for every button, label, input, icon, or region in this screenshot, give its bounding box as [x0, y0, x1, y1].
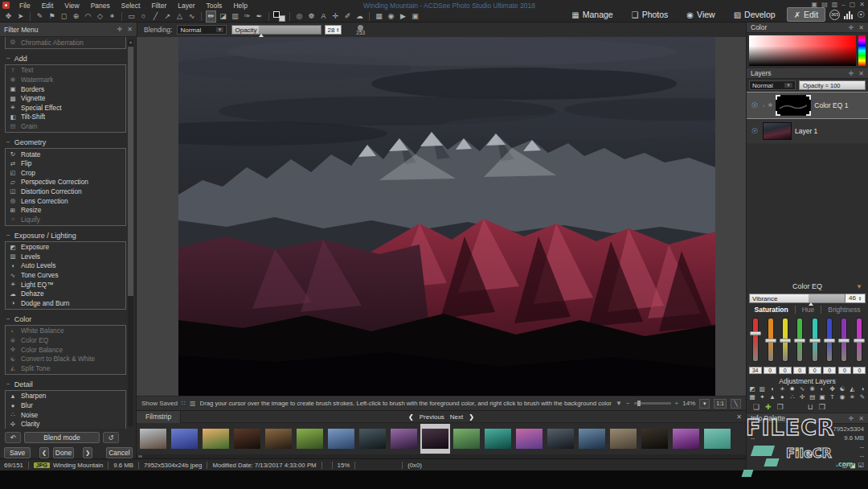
slider-handle[interactable] [809, 339, 821, 343]
close-icon[interactable]: ✕ [127, 26, 133, 33]
filter-clarity[interactable]: ✣Clarity [6, 419, 125, 429]
close-icon[interactable]: ✕ [858, 70, 864, 77]
filter-auto-levels[interactable]: ◖Auto Levels [6, 261, 125, 271]
layer-row-color-eq[interactable]: ☉ ▫ ❋ Color EQ 1 [747, 92, 868, 119]
brush-size-indicator[interactable]: 253 [356, 25, 365, 35]
layer-mask-icon[interactable]: ▫ [763, 103, 764, 109]
histogram-icon[interactable] [844, 10, 853, 19]
pin-icon[interactable]: ✛ [849, 24, 854, 31]
zoom-slider-thumb[interactable] [637, 401, 641, 406]
coloreq-slider-7[interactable] [838, 318, 850, 365]
pin-icon[interactable]: ✛ [849, 70, 854, 77]
slider-value-5[interactable]: 0 [809, 367, 821, 374]
blend-mode-button[interactable]: Blend mode [24, 432, 100, 443]
slider-handle[interactable] [750, 331, 761, 335]
adjustment-layer-icon[interactable]: ▥ [758, 385, 767, 393]
spinner-icon[interactable]: ▲▼ [336, 27, 339, 32]
undo-icon[interactable]: ↶ [5, 432, 21, 443]
record-tool-icon[interactable]: ◉ [386, 11, 396, 22]
spinner-icon[interactable]: ▲▼ [858, 296, 862, 301]
zoom-slider[interactable] [634, 402, 671, 405]
new-layer-icon[interactable]: ❏ [753, 403, 760, 411]
filter-lens-correction[interactable]: ◎Lens Correction [6, 196, 125, 206]
filter-menu-panel-header[interactable]: Filter Menu ✛✕ [0, 23, 137, 37]
adjustment-layer-icon[interactable]: ▦ [747, 393, 756, 401]
filter-blur[interactable]: ●Blur [6, 401, 125, 410]
cloud-tool-icon[interactable]: ☁ [354, 11, 365, 22]
sidebar-scrollbar[interactable]: ▲ [128, 39, 133, 426]
filter-flip[interactable]: ⇄Flip [6, 158, 125, 168]
adjustment-layer-icon[interactable]: ◩ [747, 385, 756, 393]
filter-dehaze[interactable]: ☁Dehaze [6, 289, 125, 298]
add-adjustment-layer-icon[interactable]: ✚ [765, 403, 772, 411]
filmstrip-thumbnail-17[interactable] [640, 424, 669, 454]
filter-light-eq[interactable]: ☀Light EQ™ [6, 280, 125, 290]
adjustment-layer-icon[interactable]: ✣ [798, 393, 807, 401]
filmstrip-thumbnail-1[interactable] [138, 424, 168, 454]
filter-borders[interactable]: ▣Borders [6, 84, 125, 94]
quick-view-icon[interactable]: ☉ [857, 10, 865, 20]
layer-visibility-icon[interactable]: ☉ [750, 127, 760, 135]
vibrance-slider[interactable]: Vibrance [749, 294, 845, 303]
hue-strip[interactable] [858, 35, 866, 66]
filter-rotate[interactable]: ↻Rotate [6, 150, 125, 159]
layer-thumbnail[interactable] [776, 95, 811, 116]
filmstrip-thumbnail-16[interactable] [608, 424, 638, 454]
filmstrip-thumbnail-3[interactable] [201, 424, 231, 454]
filmstrip-thumbnail-4[interactable] [232, 424, 262, 454]
slider-handle[interactable] [794, 339, 805, 343]
layer-thumbnail[interactable] [763, 122, 792, 140]
fit-image-button[interactable]: ╲ [731, 399, 741, 409]
compare-icon[interactable]: ∷ [182, 400, 186, 407]
filter-text[interactable]: TText [6, 66, 125, 76]
filter-split-tone[interactable]: ◭Split Tone [6, 364, 125, 373]
filter-section-geometry[interactable]: −Geometry [0, 136, 137, 148]
opacity-slider[interactable]: Opacity [231, 25, 321, 35]
close-icon[interactable]: ✕ [858, 415, 864, 422]
coloreq-slider-5[interactable] [809, 318, 821, 365]
filmstrip-thumbnail-19[interactable] [702, 424, 732, 454]
filter-section-exposure-lighting[interactable]: −Exposure / Lighting [0, 229, 137, 241]
rectangle-tool-icon[interactable]: ▭ [126, 11, 137, 22]
vibrance-value-box[interactable]: 46 ▲▼ [845, 294, 866, 303]
menu-panes[interactable]: Panes [85, 2, 116, 10]
coloreq-slider-3[interactable] [780, 318, 791, 365]
settings-tool-icon[interactable]: ☸ [306, 11, 317, 22]
adjustment-layer-icon[interactable]: ✦ [758, 393, 767, 401]
filter-color-balance[interactable]: ✤Color Balance [6, 345, 125, 355]
snapshot-tool-icon[interactable]: ▣ [410, 11, 420, 22]
layer-blend-mode-select[interactable]: Normal ▼ [749, 80, 796, 90]
filter-vignette[interactable]: ▩Vignette [6, 93, 125, 103]
filmstrip-scroll-thumb[interactable] [138, 455, 142, 458]
filter-special-effect[interactable]: ✳Special Effect [6, 103, 125, 113]
color-saturation-picker[interactable] [749, 35, 856, 66]
lasso-tool-icon[interactable]: ◠ [83, 11, 93, 22]
clone-stamp-tool-icon[interactable]: ✒ [254, 11, 264, 22]
filmstrip-thumbnail-15[interactable] [577, 424, 607, 454]
filmstrip-close-icon[interactable]: ✕ [736, 413, 742, 421]
coloreq-slider-6[interactable] [824, 318, 835, 365]
filter-sharpen[interactable]: ▲Sharpen [6, 392, 125, 401]
pin-tool-icon[interactable]: ✛ [330, 11, 341, 22]
adjustment-layer-icon[interactable]: T [828, 393, 837, 401]
eraser-tool-icon[interactable]: ◪ [218, 11, 228, 22]
slider-value-2[interactable]: 0 [764, 367, 776, 374]
brush-tool-icon[interactable]: ✏ [206, 10, 216, 23]
color-swatches-icon[interactable] [273, 11, 285, 22]
color-panel-header[interactable]: Color ✛✕ [747, 23, 868, 33]
pin-icon[interactable]: ✛ [117, 26, 123, 33]
hand-tool-icon[interactable]: ✥ [3, 11, 14, 22]
image-canvas[interactable] [137, 37, 746, 396]
filter-liquify[interactable]: ≈Liquify [6, 215, 125, 224]
smudge-tool-icon[interactable]: ✑ [242, 11, 252, 22]
filter-section-detail[interactable]: −Detail [0, 378, 137, 390]
previous-image-button[interactable]: ❮ [39, 447, 48, 458]
scrollbar-thumb[interactable] [128, 47, 133, 296]
adjustment-layer-icon[interactable]: ◐ [818, 385, 827, 393]
slider-value-7[interactable]: 0 [838, 367, 851, 374]
tab-hue[interactable]: Hue [796, 306, 822, 314]
collapse-icon[interactable]: − [6, 232, 10, 239]
filter-watermark[interactable]: ◉Watermark [6, 75, 125, 84]
menu-edit[interactable]: Edit [36, 2, 59, 10]
slider-handle[interactable] [838, 339, 850, 343]
